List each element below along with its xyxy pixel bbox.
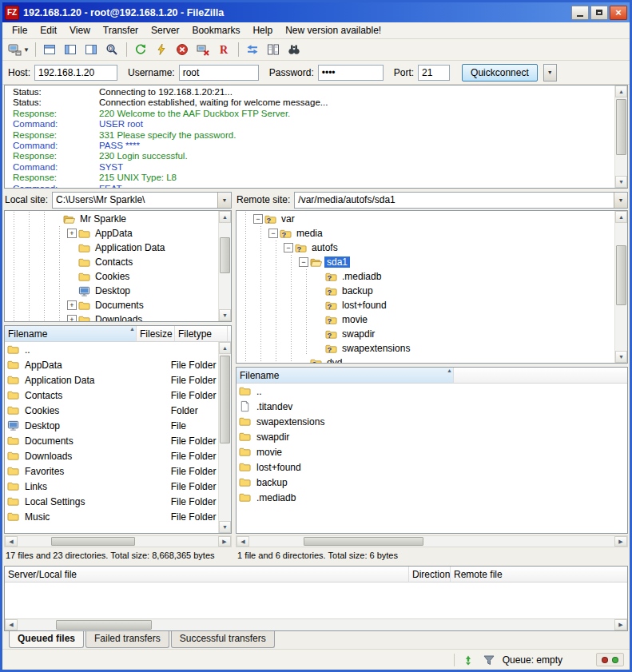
scroll-track[interactable] <box>18 536 218 547</box>
local-column-header-filename[interactable]: Filename▲ <box>5 326 137 342</box>
remote-tree-item-mediadb[interactable]: ?.mediadb <box>238 269 614 284</box>
title-bar[interactable]: FZ 192.168.1.20 - root@192.168.1.20 - Fi… <box>2 2 630 22</box>
scroll-right-button[interactable]: ▶ <box>218 536 231 547</box>
scroll-down-button[interactable]: ▼ <box>615 351 627 363</box>
maximize-button[interactable] <box>590 6 608 20</box>
queue-column-header-remote-file[interactable]: Remote file <box>451 567 627 583</box>
scroll-right-button[interactable]: ▶ <box>614 536 627 547</box>
menu-item-bookmarks[interactable]: Bookmarks <box>185 23 246 38</box>
queue-body[interactable] <box>5 583 627 618</box>
scroll-track[interactable] <box>219 354 231 521</box>
remote-file-row-titandev[interactable]: .titandev <box>237 399 627 414</box>
scroll-up-button[interactable]: ▲ <box>615 85 627 97</box>
remote-file-row-swapdir[interactable]: swapdir <box>237 429 627 444</box>
cancel-button[interactable] <box>173 41 193 59</box>
remote-site-dropdown-icon[interactable]: ▼ <box>614 193 627 208</box>
refresh-button[interactable] <box>131 41 151 59</box>
remote-tree-item-var[interactable]: −?var <box>238 212 614 226</box>
tab-successful-transfers[interactable]: Successful transfers <box>171 631 275 648</box>
local-file-row-downloads[interactable]: DownloadsFile Folder <box>5 448 218 463</box>
remote-site-combobox[interactable]: /var/media/autofs/sda1 ▼ <box>294 192 628 209</box>
local-file-row-documents[interactable]: DocumentsFile Folder <box>5 433 218 448</box>
scroll-track[interactable] <box>249 536 614 547</box>
remote-tree-item-backup[interactable]: ?backup <box>238 284 614 298</box>
scroll-down-button[interactable]: ▼ <box>219 521 231 533</box>
scroll-thumb[interactable] <box>616 245 626 305</box>
remote-tree-item-dvd[interactable]: ?dvd <box>238 356 614 364</box>
menu-item-new-version-available[interactable]: New version available! <box>279 23 388 38</box>
remote-tree-item-autofs[interactable]: −?autofs <box>238 241 614 255</box>
local-file-row-[interactable]: .. <box>5 342 218 357</box>
find-files-button[interactable] <box>284 41 304 59</box>
local-tree-item-contacts[interactable]: Contacts <box>6 255 217 269</box>
local-file-row-contacts[interactable]: ContactsFile Folder <box>5 388 218 403</box>
tab-failed-transfers[interactable]: Failed transfers <box>85 631 169 648</box>
local-column-header-filetype[interactable]: Filetype <box>175 326 228 342</box>
expand-icon[interactable]: + <box>67 300 77 310</box>
toggle-message-log-button[interactable] <box>40 41 60 59</box>
scroll-left-button[interactable]: ◀ <box>5 619 18 630</box>
collapse-icon[interactable]: − <box>268 229 278 238</box>
port-input[interactable] <box>418 65 450 81</box>
local-site-combobox[interactable]: C:\Users\Mr Sparkle\ ▼ <box>52 192 232 209</box>
host-input[interactable] <box>34 65 117 81</box>
collapse-icon[interactable]: − <box>253 214 263 224</box>
scroll-thumb[interactable] <box>220 356 230 443</box>
collapse-icon[interactable]: − <box>284 243 293 252</box>
local-tree-item-application-data[interactable]: Application Data <box>6 241 217 255</box>
minimize-button[interactable] <box>571 6 589 20</box>
menu-item-view[interactable]: View <box>63 23 97 38</box>
scroll-up-button[interactable]: ▲ <box>219 211 231 223</box>
remote-file-row-swapextensions[interactable]: swapextensions <box>237 414 627 429</box>
dropdown-caret-icon[interactable]: ▼ <box>23 46 30 54</box>
filter-icon[interactable] <box>482 653 496 667</box>
remote-file-row-[interactable]: .. <box>237 384 627 399</box>
local-file-row-local-settings[interactable]: Local SettingsFile Folder <box>5 494 218 509</box>
toggle-local-tree-button[interactable] <box>61 41 81 59</box>
collapse-icon[interactable]: − <box>299 257 308 267</box>
remote-column-header-filename[interactable]: Filename▲ <box>237 368 454 384</box>
remote-file-row-lost-found[interactable]: lost+found <box>237 459 627 475</box>
scroll-right-button[interactable]: ▶ <box>614 619 627 630</box>
scroll-track[interactable] <box>615 223 627 351</box>
scroll-left-button[interactable]: ◀ <box>5 536 18 547</box>
remote-tree-item-media[interactable]: −?media <box>238 226 614 241</box>
remote-tree-item-movie[interactable]: ?movie <box>238 312 614 327</box>
local-tree-item-appdata[interactable]: +AppData <box>6 226 217 241</box>
quickconnect-dropdown-button[interactable]: ▼ <box>543 64 557 82</box>
quickconnect-button[interactable]: Quickconnect <box>462 64 538 82</box>
local-file-row-favorites[interactable]: FavoritesFile Folder <box>5 463 218 479</box>
local-file-row-appdata[interactable]: AppDataFile Folder <box>5 357 218 372</box>
local-tree-item-cookies[interactable]: Cookies <box>6 269 217 284</box>
directory-comparison-button[interactable] <box>264 41 284 59</box>
scroll-track[interactable] <box>615 97 627 176</box>
local-file-row-links[interactable]: LinksFile Folder <box>5 479 218 494</box>
scroll-thumb[interactable] <box>616 99 626 155</box>
remote-tree-item-swapextensions[interactable]: ?swapextensions <box>238 341 614 356</box>
scroll-thumb[interactable] <box>51 537 135 546</box>
remote-file-row-backup[interactable]: backup <box>237 475 627 490</box>
local-file-row-desktop[interactable]: DesktopFile <box>5 418 218 433</box>
scroll-down-button[interactable]: ▼ <box>219 309 231 321</box>
username-input[interactable] <box>179 65 259 81</box>
password-input[interactable] <box>318 65 384 81</box>
scroll-track[interactable] <box>219 223 231 309</box>
scroll-up-button[interactable]: ▲ <box>615 211 627 223</box>
local-file-row-cookies[interactable]: CookiesFolder <box>5 403 218 418</box>
scroll-thumb[interactable] <box>220 237 230 273</box>
menu-item-server[interactable]: Server <box>145 23 185 38</box>
tab-queued-files[interactable]: Queued files <box>9 631 84 648</box>
remote-tree-item-lost-found[interactable]: ?lost+found <box>238 298 614 312</box>
scroll-thumb[interactable] <box>304 537 423 546</box>
reconnect-button[interactable]: R <box>214 41 234 59</box>
local-column-header-filesize[interactable]: Filesize <box>137 326 175 342</box>
local-tree-item-mr-sparkle[interactable]: Mr Sparkle <box>6 212 217 226</box>
scroll-track[interactable] <box>18 619 614 630</box>
toggle-transfer-queue-button[interactable]: Q <box>102 41 122 59</box>
speed-limits-icon[interactable] <box>461 653 475 667</box>
menu-item-file[interactable]: File <box>6 23 34 38</box>
local-tree-item-desktop[interactable]: Desktop <box>6 284 217 298</box>
scroll-up-button[interactable]: ▲ <box>219 342 231 354</box>
local-tree-item-downloads[interactable]: +Downloads <box>6 312 217 322</box>
menu-item-edit[interactable]: Edit <box>34 23 63 38</box>
